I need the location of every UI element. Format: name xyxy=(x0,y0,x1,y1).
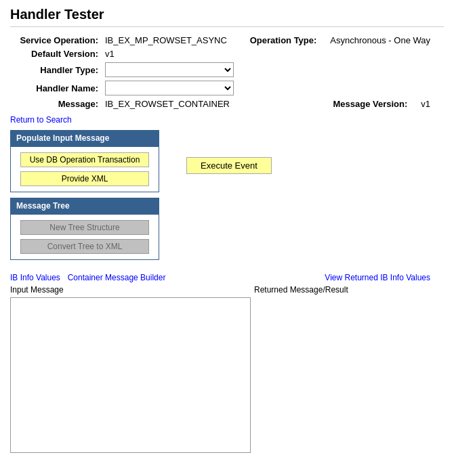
message-version-value: v1 xyxy=(421,99,430,109)
handler-type-label: Handler Type: xyxy=(10,65,98,75)
returned-message-result-label: Returned Message/Result xyxy=(254,285,348,295)
service-operation-value: IB_EX_MP_ROWSET_ASYNC xyxy=(105,35,227,45)
input-message-textarea[interactable] xyxy=(10,297,251,453)
message-value: IB_EX_ROWSET_CONTAINER xyxy=(105,99,230,109)
use-db-operation-transaction-button[interactable]: Use DB Operation Transaction xyxy=(20,152,149,167)
default-version-label: Default Version: xyxy=(10,49,98,59)
page-title: Handler Tester xyxy=(10,7,444,27)
default-version-value: v1 xyxy=(105,49,115,59)
service-operation-label: Service Operation: xyxy=(10,35,98,45)
container-message-builder-link[interactable]: Container Message Builder xyxy=(68,273,166,282)
handler-name-label: Handler Name: xyxy=(10,83,98,93)
message-version-label: Message Version: xyxy=(333,99,407,109)
populate-input-message-panel: Use DB Operation Transaction Provide XML xyxy=(10,146,159,192)
execute-event-button[interactable]: Execute Event xyxy=(186,157,272,174)
operation-type-label: Operation Type: xyxy=(250,35,317,45)
message-tree-panel: New Tree Structure Convert Tree to XML xyxy=(10,214,159,260)
input-message-label: Input Message xyxy=(10,285,254,295)
handler-name-select[interactable] xyxy=(105,81,234,95)
ib-info-values-link[interactable]: IB Info Values xyxy=(10,273,60,282)
populate-input-message-panel-header: Populate Input Message xyxy=(10,130,159,146)
handler-type-select[interactable] xyxy=(105,62,234,77)
return-to-search-link[interactable]: Return to Search xyxy=(10,115,72,125)
operation-type-value: Asynchronous - One Way xyxy=(330,35,430,45)
view-returned-ib-info-values-link[interactable]: View Returned IB Info Values xyxy=(325,273,430,282)
provide-xml-button[interactable]: Provide XML xyxy=(20,171,149,186)
message-label: Message: xyxy=(10,99,98,109)
message-tree-panel-header: Message Tree xyxy=(10,198,159,214)
new-tree-structure-button[interactable]: New Tree Structure xyxy=(20,220,149,235)
convert-tree-to-xml-button[interactable]: Convert Tree to XML xyxy=(20,239,149,254)
